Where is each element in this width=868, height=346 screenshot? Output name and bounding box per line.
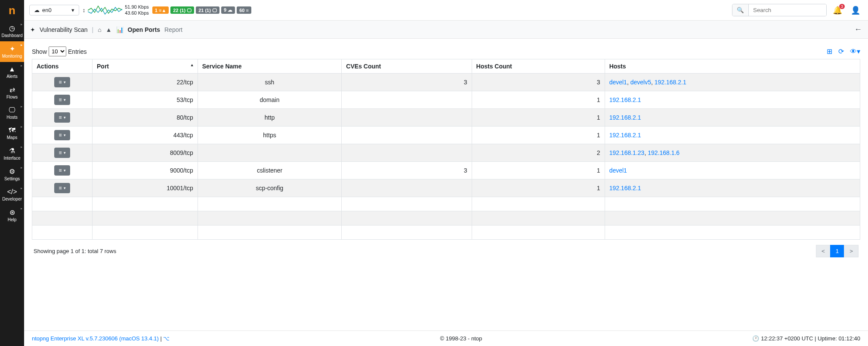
interface-name: en0: [42, 7, 52, 13]
search-input[interactable]: [749, 4, 826, 16]
row-actions-button[interactable]: ≡: [54, 112, 70, 123]
cell-cves: [342, 144, 472, 162]
nav-label: Flows: [6, 95, 18, 99]
row-actions-button[interactable]: ≡: [54, 130, 70, 140]
laptop-icon: 🖵: [9, 106, 15, 114]
nav-alerts[interactable]: ▸▲Alerts: [0, 62, 24, 82]
table-row: ≡53/tcpdomain1192.168.2.1: [32, 91, 860, 109]
cell-service: scp-config: [198, 179, 342, 197]
nav-help[interactable]: ▸⊛Help: [0, 205, 24, 226]
warning-icon: ▲: [9, 65, 15, 73]
sparkline-chart: [88, 4, 122, 17]
cell-service: cslistener: [198, 162, 342, 179]
row-actions-button[interactable]: ≡: [54, 165, 70, 176]
host-link[interactable]: devel1: [609, 79, 627, 86]
nav-maps[interactable]: ▸🗺Maps: [0, 123, 24, 143]
row-actions-button[interactable]: ≡: [54, 183, 70, 193]
refresh-icon[interactable]: ⟳: [838, 47, 844, 56]
separator: |: [92, 26, 94, 33]
show-label-post: Entries: [68, 48, 87, 55]
status-badge[interactable]: 22 (1) 🖵: [170, 6, 194, 14]
cell-actions: ≡: [32, 91, 93, 109]
user-menu[interactable]: 👤: [848, 6, 863, 15]
code-icon: </>: [7, 188, 17, 196]
table-controls: Show 10 Entries ⊞ ⟳ 👁▾: [32, 46, 860, 56]
cell-hosts-count: 1: [472, 91, 605, 109]
help-icon: ⊛: [9, 208, 15, 216]
cell-actions: ≡: [32, 162, 93, 179]
row-actions-button[interactable]: ≡: [54, 95, 70, 105]
content: Show 10 Entries ⊞ ⟳ 👁▾ Actions Port Serv…: [24, 39, 868, 331]
network-icon: ☁: [34, 7, 40, 13]
host-link[interactable]: devel1: [609, 167, 627, 174]
cell-actions: ≡: [32, 144, 93, 162]
row-actions-button[interactable]: ≡: [54, 148, 70, 158]
caret-icon: ▸: [21, 207, 22, 210]
map-icon: 🗺: [9, 127, 15, 134]
alerts-link[interactable]: ▲: [106, 26, 112, 33]
nav-interface[interactable]: ▸⚗Interface: [0, 143, 24, 164]
columns-icon[interactable]: ⊞: [827, 47, 832, 56]
cell-hosts: 192.168.2.1: [605, 109, 860, 127]
cell-port: 8009/tcp: [93, 144, 198, 162]
nav-dashboard[interactable]: ▸◷Dashboard: [0, 21, 24, 41]
footer-time: 12:22:37 +0200 UTC | Uptime: 01:12:40: [761, 335, 860, 342]
col-hosts-count[interactable]: Hosts Count: [472, 59, 605, 74]
nav-developer[interactable]: ▸</>Developer: [0, 185, 24, 205]
col-service[interactable]: Service Name: [198, 59, 342, 74]
pager-next[interactable]: >: [844, 245, 859, 257]
interface-select[interactable]: ☁ en0 ▾: [29, 5, 79, 15]
caret-icon: ▸: [21, 186, 22, 190]
home-link[interactable]: ⌂: [98, 26, 101, 33]
notifications[interactable]: 🔔 3: [830, 6, 845, 15]
host-link[interactable]: 192.168.2.1: [609, 96, 641, 103]
pager: < 1 >: [816, 245, 859, 257]
back-button[interactable]: ←: [854, 25, 862, 34]
host-link[interactable]: 192.168.2.1: [655, 79, 686, 86]
status-badge[interactable]: 1 ≡▲: [152, 6, 169, 14]
footer-left: ntopng Enterprise XL v.5.7.230606 (macOS…: [32, 335, 170, 342]
tab-open-ports[interactable]: Open Ports: [128, 26, 160, 33]
updown-icon: ↕: [83, 7, 86, 13]
nav-hosts[interactable]: ▸🖵Hosts: [0, 103, 24, 123]
col-port[interactable]: Port: [93, 59, 198, 74]
search-icon: 🔍: [737, 7, 744, 13]
nav-settings[interactable]: ▸⚙Settings: [0, 164, 24, 185]
col-cves[interactable]: CVEs Count: [342, 59, 472, 74]
page-footer: ntopng Enterprise XL v.5.7.230606 (macOS…: [24, 331, 868, 346]
nav-label: Settings: [4, 176, 20, 181]
footer-right: 🕐 12:22:37 +0200 UTC | Uptime: 01:12:40: [752, 335, 860, 342]
cell-actions: ≡: [32, 127, 93, 144]
version-link[interactable]: ntopng Enterprise XL v.5.7.230606 (macOS…: [32, 335, 159, 342]
col-actions[interactable]: Actions: [32, 59, 93, 74]
status-badge[interactable]: 9 ☁: [221, 6, 235, 14]
col-hosts[interactable]: Hosts: [605, 59, 860, 74]
visibility-icon[interactable]: 👁▾: [850, 47, 860, 56]
down-rate: 43.60 Kbps: [125, 10, 149, 16]
host-link[interactable]: 192.168.2.1: [609, 114, 641, 121]
pager-page[interactable]: 1: [830, 245, 844, 257]
github-link[interactable]: ⌥: [163, 335, 170, 342]
table-row: ≡80/tcphttp1192.168.2.1: [32, 109, 860, 127]
cell-hosts: devel1, develv5, 192.168.2.1: [605, 74, 860, 91]
notif-count: 3: [839, 4, 845, 9]
host-link[interactable]: 192.168.1.6: [648, 149, 680, 156]
charts-link[interactable]: 📊: [116, 26, 124, 33]
pager-prev[interactable]: <: [816, 245, 831, 257]
table-row-empty: [32, 211, 860, 226]
host-link[interactable]: develv5: [630, 79, 651, 86]
status-badge[interactable]: 21 (1) 🖵: [196, 6, 219, 14]
host-link[interactable]: 192.168.1.23: [609, 149, 645, 156]
host-link[interactable]: 192.168.2.1: [609, 132, 641, 139]
row-actions-button[interactable]: ≡: [54, 77, 70, 87]
nav-label: Alerts: [6, 74, 18, 79]
tab-report[interactable]: Report: [164, 26, 182, 33]
host-link[interactable]: 192.168.2.1: [609, 185, 641, 192]
nav-flows[interactable]: ⇄Flows: [0, 82, 24, 103]
nav-monitoring[interactable]: ▸✦Monitoring: [0, 41, 24, 62]
status-badge[interactable]: 60 ≡: [237, 6, 251, 14]
logo[interactable]: n: [0, 0, 24, 21]
search-button[interactable]: 🔍: [732, 4, 749, 16]
entries-select[interactable]: 10: [49, 46, 66, 56]
cell-hosts-count: 1: [472, 109, 605, 127]
